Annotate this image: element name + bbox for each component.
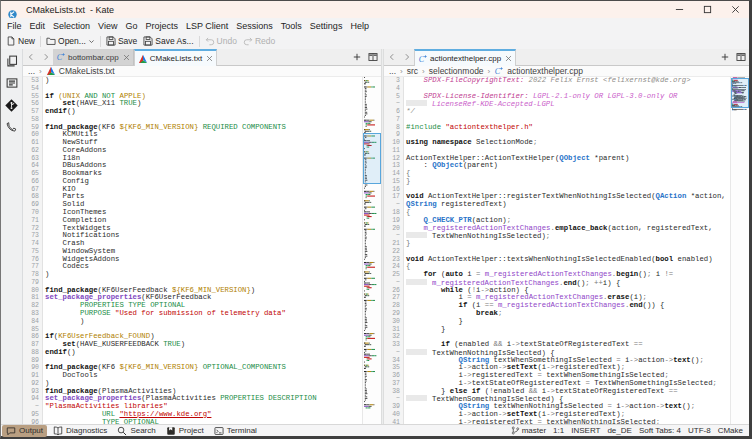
line-number: 8 — [384, 124, 400, 132]
line-number: 22 — [384, 248, 400, 256]
minimap-scrollbar[interactable] — [730, 77, 749, 424]
tab-cmakelists-txt[interactable]: CMakeLists.txt — [134, 49, 217, 66]
line-number: 34 — [384, 357, 400, 365]
menu-projects[interactable]: Projects — [141, 20, 182, 32]
terminal-icon — [214, 426, 224, 436]
status-syntax-mode[interactable]: CMake — [718, 426, 743, 435]
toolview-output-button[interactable]: Output — [2, 425, 47, 437]
redo-button[interactable]: Redo — [240, 34, 278, 48]
line-number: 9 — [384, 131, 400, 139]
code-area[interactable]: )if (UNIX AND NOT APPLE) set(HAVE_X11 TR… — [43, 77, 362, 424]
menu-tools[interactable]: Tools — [277, 20, 306, 32]
search-icon — [117, 426, 127, 436]
token: () — [682, 402, 691, 410]
toolview-diagnostics-button[interactable]: Diagnostics — [49, 425, 111, 437]
status-label: CMake — [718, 426, 743, 435]
breadcrumb-item[interactable]: selectionmode — [428, 66, 485, 76]
menu-selection[interactable]: Selection — [49, 20, 94, 32]
saveas-button[interactable]: Save As... — [140, 34, 196, 48]
menu-go[interactable]: Go — [121, 20, 141, 32]
menu-settings[interactable]: Settings — [306, 20, 347, 32]
breadcrumb-item[interactable]: ... — [388, 66, 397, 76]
token: QObject — [432, 161, 463, 169]
sidebar-documents-button[interactable] — [5, 54, 19, 68]
tab-next-button[interactable] — [38, 49, 53, 65]
line-number: 27 — [384, 294, 400, 302]
wrap-marker: ~ — [384, 201, 400, 209]
new-tab-button[interactable] — [717, 49, 733, 65]
close-button[interactable] — [721, 1, 749, 18]
breadcrumb-item[interactable]: CMakeLists.txt — [58, 66, 116, 76]
code-row: } — [406, 178, 730, 186]
line-number: 28 — [384, 302, 400, 310]
code-area[interactable]: SPDX-FileCopyrightText: 2022 Felix Ernst… — [404, 77, 730, 424]
token: text — [673, 356, 691, 364]
token: == — [669, 387, 678, 395]
line-number: 56 — [23, 100, 39, 108]
undo-button[interactable]: Undo — [202, 34, 240, 48]
tab-close-icon[interactable] — [206, 55, 213, 62]
tab-prev-button[interactable] — [384, 49, 399, 65]
split-view-button[interactable] — [733, 49, 749, 65]
tab-next-button[interactable] — [399, 49, 414, 65]
breadcrumb-item[interactable]: ... — [27, 66, 36, 76]
token: m_registeredActionTextChanges — [424, 224, 551, 232]
status-input-mode[interactable]: INSERT — [571, 426, 600, 435]
minimap-scrollbar[interactable] — [362, 77, 381, 424]
token: action — [629, 402, 655, 410]
tab-bottombar-cpp[interactable]: Cbottombar.cpp — [53, 49, 134, 65]
cmake-file-icon — [46, 66, 56, 76]
tab-prev-button[interactable] — [23, 49, 38, 65]
toolview-terminal-button[interactable]: Terminal — [210, 425, 261, 437]
split-view-button[interactable] — [365, 49, 381, 65]
line-number: 84 — [23, 318, 39, 326]
status-cursor-position[interactable]: 1:1 — [553, 426, 564, 435]
menu-help[interactable]: Help — [346, 20, 373, 32]
toolview-search-button[interactable]: Search — [113, 425, 159, 437]
token: QAction — [656, 192, 687, 200]
line-number-gutter[interactable]: 5354555657585960616263646566676869707172… — [23, 77, 43, 424]
status-dictionary[interactable]: de_DE — [607, 426, 631, 435]
tab-close-icon[interactable] — [123, 54, 130, 61]
breadcrumb-item[interactable]: actiontexthelper.cpp — [506, 66, 584, 76]
sidebar-git-button[interactable] — [5, 98, 19, 112]
menu-view[interactable]: View — [94, 20, 121, 32]
line-number: 57 — [23, 108, 39, 116]
cpp-file-icon: C — [56, 52, 66, 62]
token: ; — [656, 418, 660, 424]
menu-lsp-client[interactable]: LSP Client — [182, 20, 232, 32]
breadcrumb-item[interactable]: src — [406, 66, 419, 76]
line-number: 72 — [23, 225, 39, 233]
new-button[interactable]: New — [3, 34, 38, 48]
minimize-button[interactable] — [665, 1, 693, 18]
svg-text:C: C — [419, 54, 425, 63]
token: "actiontexthelper.h" — [445, 123, 533, 131]
line-number-gutter[interactable]: 345~67891011121314151617~181920~21222324… — [384, 77, 404, 424]
sidebar-lsp-symbols-button[interactable] — [5, 120, 19, 134]
toolview-project-button[interactable]: Project — [162, 425, 208, 437]
status-indent-mode[interactable]: Soft Tabs: 4 — [639, 426, 681, 435]
tab-close-icon[interactable] — [505, 55, 512, 62]
wrap-indent-box — [406, 232, 427, 238]
token: COMPONENTS — [242, 123, 286, 131]
menu-sessions[interactable]: Sessions — [232, 20, 277, 32]
wrap-marker: ~ — [384, 279, 400, 287]
toolview-label: Project — [179, 426, 204, 435]
tab-actiontexthelper-cpp[interactable]: Cactiontexthelper.cpp — [414, 49, 516, 66]
line-number: 25 — [384, 271, 400, 279]
save-button[interactable]: Save — [103, 34, 140, 48]
menu-edit[interactable]: Edit — [26, 20, 50, 32]
token: SPDX-FileCopyrightText: — [424, 77, 525, 84]
line-number: 29 — [384, 310, 400, 318]
line-number: 61 — [23, 139, 39, 147]
status-encoding[interactable]: UTF-8 — [688, 426, 711, 435]
status-label: de_DE — [607, 426, 631, 435]
open-button[interactable]: Open... — [43, 34, 98, 48]
new-tab-button[interactable] — [349, 49, 365, 65]
line-number: 96 — [23, 419, 39, 424]
menu-file[interactable]: File — [3, 20, 26, 32]
maximize-button[interactable] — [693, 1, 721, 18]
token: textStateOfRegisteredText — [555, 387, 669, 395]
status-git-branch[interactable]: master — [511, 426, 546, 435]
sidebar-filesystem-browser-button[interactable] — [5, 76, 19, 90]
